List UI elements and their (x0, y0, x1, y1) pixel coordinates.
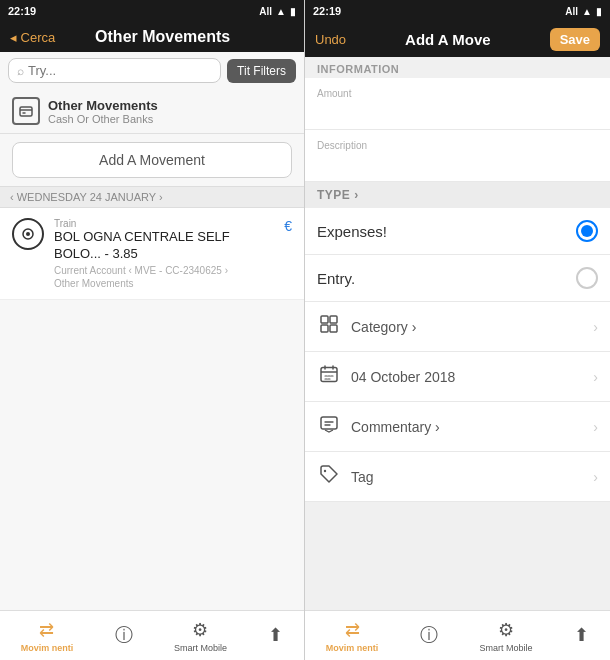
filter-button[interactable]: Tit Filters (227, 59, 296, 83)
date-chevron: › (593, 369, 598, 385)
entry-label: Entry. (317, 270, 355, 287)
back-button-left[interactable]: ◂ Cerca (10, 30, 55, 45)
battery-right: ▮ (596, 6, 602, 17)
tag-text: Tag (351, 469, 583, 485)
bottom-nav-right: ⇄ Movim nenti ⓘ ⚙ Smart Mobile ⬆ (305, 610, 610, 660)
undo-button[interactable]: Undo (315, 32, 346, 47)
svg-rect-5 (321, 325, 328, 332)
expenses-radio[interactable] (576, 220, 598, 242)
date-label: ‹ WEDNESDAY 24 JANUARY › (0, 186, 304, 208)
amount-input[interactable] (317, 102, 598, 118)
category-row[interactable]: Category › › (305, 302, 610, 352)
account-icon (12, 97, 40, 125)
settings-icon-left: ⚙ (192, 619, 208, 641)
nav-info-right[interactable]: ⓘ (420, 623, 438, 649)
type-section: TYPE › (305, 182, 610, 208)
amount-label: Amount (317, 88, 598, 99)
svg-rect-0 (20, 107, 32, 116)
svg-rect-4 (330, 316, 337, 323)
search-input[interactable] (28, 63, 212, 78)
movements-icon-left: ⇄ (39, 619, 54, 641)
movement-details: Train BOL OGNA CENTRALE SELF BOLO... - 3… (54, 218, 274, 289)
page-title-left: Other Movements (61, 28, 264, 46)
svg-point-2 (26, 232, 30, 236)
svg-rect-8 (321, 417, 337, 429)
tag-chevron: › (593, 469, 598, 485)
commentary-text: Commentary › (351, 419, 583, 435)
settings-icon-right: ⚙ (498, 619, 514, 641)
svg-rect-3 (321, 316, 328, 323)
date-text: 04 October 2018 (351, 369, 583, 385)
tag-icon (317, 464, 341, 489)
movements-icon-right: ⇄ (345, 619, 360, 641)
share-icon-right: ⬆ (574, 624, 589, 646)
date-row[interactable]: 04 October 2018 › (305, 352, 610, 402)
status-icons-right: All ▲ ▮ (565, 6, 602, 17)
status-icons-left: All ▲ ▮ (259, 6, 296, 17)
movement-meta1: Current Account ‹ MVE - CC-2340625 › (54, 265, 274, 276)
calendar-icon (317, 364, 341, 389)
save-button[interactable]: Save (550, 28, 600, 51)
movement-item[interactable]: Train BOL OGNA CENTRALE SELF BOLO... - 3… (0, 208, 304, 300)
status-bar-right: 22:19 All ▲ ▮ (305, 0, 610, 22)
movements-label-right: Movim nenti (326, 643, 379, 653)
signal-right: All (565, 6, 578, 17)
nav-movements-right[interactable]: ⇄ Movim nenti (326, 619, 379, 653)
bottom-nav-left: ⇄ Movim nenti ⓘ ⚙ Smart Mobile ⬆ (0, 610, 304, 660)
header-left: ◂ Cerca Other Movements (0, 22, 304, 52)
time-right: 22:19 (313, 5, 565, 17)
commentary-icon (317, 414, 341, 439)
movement-name: BOL OGNA CENTRALE SELF BOLO... - 3.85 (54, 229, 274, 263)
right-panel: 22:19 All ▲ ▮ Undo Add A Move Save INFOR… (305, 0, 610, 660)
nav-settings-left[interactable]: ⚙ Smart Mobile (174, 619, 227, 653)
info-icon-left: ⓘ (115, 623, 133, 647)
share-icon-left: ⬆ (268, 624, 283, 646)
description-label: Description (317, 140, 598, 151)
search-box[interactable]: ⌕ (8, 58, 221, 83)
movement-icon (12, 218, 44, 250)
signal-left: All (259, 6, 272, 17)
nav-share-right[interactable]: ⬆ (574, 624, 589, 648)
search-icon: ⌕ (17, 64, 24, 78)
account-sub: Cash Or Other Banks (48, 113, 158, 125)
svg-point-9 (324, 470, 326, 472)
account-info: Other Movements Cash Or Other Banks (48, 98, 158, 125)
description-input[interactable] (317, 154, 598, 170)
left-panel: 22:19 All ▲ ▮ ◂ Cerca Other Movements ⌕ … (0, 0, 305, 660)
movement-amount: € (284, 218, 292, 234)
time-left: 22:19 (8, 5, 259, 17)
movement-meta2: Other Movements (54, 278, 274, 289)
commentary-chevron: › (593, 419, 598, 435)
info-section-label: INFORMATION (305, 57, 610, 78)
commentary-row[interactable]: Commentary › › (305, 402, 610, 452)
info-icon-right: ⓘ (420, 623, 438, 647)
account-row: Other Movements Cash Or Other Banks (0, 89, 304, 134)
settings-label-right: Smart Mobile (480, 643, 533, 653)
nav-movements-left[interactable]: ⇄ Movim nenti (21, 619, 74, 653)
category-text: Category › (351, 319, 583, 335)
expenses-option[interactable]: Expenses! (305, 208, 610, 255)
category-icon (317, 314, 341, 339)
tag-row[interactable]: Tag › (305, 452, 610, 502)
nav-share-left[interactable]: ⬆ (268, 624, 283, 648)
amount-field[interactable]: Amount (305, 78, 610, 130)
nav-info-left[interactable]: ⓘ (115, 623, 133, 649)
settings-label-left: Smart Mobile (174, 643, 227, 653)
movement-type: Train (54, 218, 274, 229)
wifi-right: ▲ (582, 6, 592, 17)
category-chevron: › (593, 319, 598, 335)
svg-rect-6 (330, 325, 337, 332)
description-field[interactable]: Description (305, 130, 610, 182)
battery-left: ▮ (290, 6, 296, 17)
page-title-right: Add A Move (352, 31, 544, 48)
wifi-left: ▲ (276, 6, 286, 17)
entry-radio[interactable] (576, 267, 598, 289)
expenses-label: Expenses! (317, 223, 387, 240)
nav-settings-right[interactable]: ⚙ Smart Mobile (480, 619, 533, 653)
add-movement-button[interactable]: Add A Movement (12, 142, 292, 178)
entry-option[interactable]: Entry. (305, 255, 610, 302)
status-bar-left: 22:19 All ▲ ▮ (0, 0, 304, 22)
type-label: TYPE › (317, 188, 359, 202)
movements-label-left: Movim nenti (21, 643, 74, 653)
search-filter-row: ⌕ Tit Filters (0, 52, 304, 89)
